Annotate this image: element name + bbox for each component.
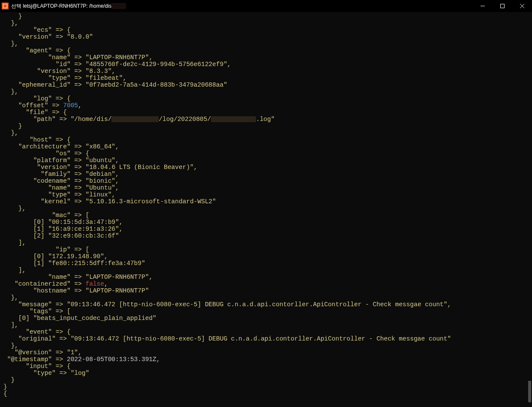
window-title: 선택 letsj@LAPTOP-RNH6NT7P: /home/disxxxxx xyxy=(11,3,126,9)
titlebar[interactable]: 선택 letsj@LAPTOP-RNH6NT7P: /home/disxxxxx xyxy=(0,0,532,12)
maximize-button[interactable] xyxy=(493,0,512,12)
close-button[interactable] xyxy=(512,0,532,12)
terminal-output[interactable]: } }, "ecs" => { "version" => "8.0.0" }, … xyxy=(0,12,532,401)
app-icon xyxy=(2,3,9,9)
minimize-button[interactable] xyxy=(473,0,493,12)
scrollbar-thumb[interactable] xyxy=(528,381,531,402)
svg-rect-1 xyxy=(501,4,505,8)
